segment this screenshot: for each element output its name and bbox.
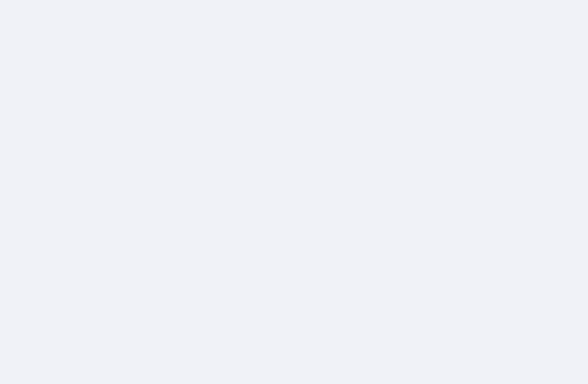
connections-svg <box>0 0 588 384</box>
diagram-container <box>0 0 588 384</box>
